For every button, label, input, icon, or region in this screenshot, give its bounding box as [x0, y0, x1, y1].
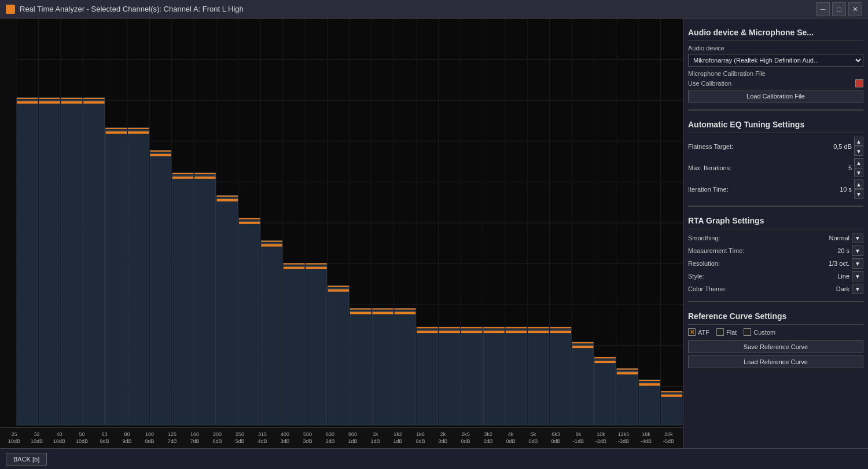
load-calibration-button[interactable]: Load Calibration File: [688, 90, 863, 102]
graph-area: [0, 19, 683, 427]
radio-flat-label: Flat: [726, 329, 737, 336]
calibration-row: Use Calibration: [688, 79, 863, 87]
bottom-bar: BACK [b]: [0, 448, 868, 469]
max-iter-row: Max. Iterations: 5 ▲ ▼: [688, 158, 863, 177]
title-bar: Real Time Analyzer - Selected Channel(s)…: [0, 0, 868, 19]
audio-device-label: Audio device: [688, 45, 863, 52]
radio-flat-box[interactable]: [716, 328, 724, 336]
flatness-down-btn[interactable]: ▼: [854, 146, 863, 156]
meas-time-row: Measurement Time: 20 s ▼: [688, 246, 863, 256]
smoothing-label: Smoothing:: [688, 235, 821, 241]
freq-label-1k6: 1k60dB: [409, 431, 432, 445]
freq-label-8k: 8k-1dB: [567, 431, 590, 445]
load-reference-curve-button[interactable]: Load Reference Curve: [688, 356, 863, 368]
radio-custom-box[interactable]: [744, 328, 751, 336]
radio-flat[interactable]: Flat: [716, 328, 737, 336]
freq-label-200: 2006dB: [206, 431, 229, 445]
audio-device-row: Audio device: [688, 45, 863, 52]
minimize-button[interactable]: ─: [816, 2, 830, 16]
main-layout: 2510dB3210dB4010dB5010dB639dB809dB1008dB…: [0, 19, 868, 448]
freq-label-40: 4010dB: [48, 431, 71, 445]
radio-custom-label: Custom: [753, 329, 775, 336]
smoothing-row: Smoothing: Normal ▼: [688, 233, 863, 243]
max-iter-down-btn[interactable]: ▼: [854, 168, 863, 177]
rta-icon: [6, 5, 15, 14]
radio-atf[interactable]: ATF: [688, 328, 709, 336]
iter-time-row: Iteration Time: 10 s ▲ ▼: [688, 179, 863, 199]
flatness-label: Flatness Target:: [688, 143, 823, 150]
freq-label-315: 3154dB: [251, 431, 274, 445]
freq-label-12k5: 12k5-3dB: [612, 431, 635, 445]
divider-3: [688, 301, 863, 302]
y-axis: [0, 19, 16, 427]
color-theme-value: Dark: [821, 285, 849, 292]
freq-label-6k3: 6k30dB: [545, 431, 567, 445]
divider-2: [688, 206, 863, 207]
divider-1: [688, 109, 863, 111]
meas-time-value: 20 s: [821, 247, 849, 254]
freq-label-250: 2505dB: [229, 431, 251, 445]
title-bar-left: Real Time Analyzer - Selected Channel(s)…: [6, 5, 244, 14]
max-iter-up-btn[interactable]: ▲: [854, 158, 863, 167]
restore-button[interactable]: □: [832, 2, 846, 16]
freq-label-20k: 20k-5dB: [657, 431, 680, 445]
freq-label-63: 639dB: [93, 431, 116, 445]
resolution-dropdown-btn[interactable]: ▼: [852, 258, 863, 269]
radio-custom[interactable]: Custom: [744, 328, 775, 336]
ref-curve-radio-group: ATF Flat Custom: [688, 328, 863, 336]
rta-section-title: RTA Graph Settings: [688, 211, 863, 229]
color-theme-label: Color Theme:: [688, 285, 821, 292]
freq-label-4k: 4k0dB: [499, 431, 522, 445]
max-iter-label: Max. Iterations:: [688, 164, 823, 171]
flatness-up-btn[interactable]: ▲: [854, 137, 863, 146]
style-dropdown-btn[interactable]: ▼: [852, 271, 863, 281]
audio-device-select[interactable]: Mikrofonarray (Realtek High Definition A…: [688, 54, 863, 67]
radio-atf-box[interactable]: [688, 328, 696, 336]
flatness-row: Flatness Target: 0,5 dB ▲ ▼: [688, 137, 863, 156]
ref-section-title: Reference Curve Settings: [688, 307, 863, 325]
resolution-value: 1/3 oct.: [821, 260, 849, 267]
style-label: Style:: [688, 273, 821, 280]
freq-label-10k: 10k-2dB: [590, 431, 612, 445]
eq-section-title: Automatic EQ Tuning Settings: [688, 115, 863, 133]
color-theme-row: Color Theme: Dark ▼: [688, 284, 863, 294]
microphone-cal-row: Microphone Calibration File: [688, 70, 863, 77]
smoothing-dropdown-btn[interactable]: ▼: [852, 233, 863, 243]
freq-label-125: 1257dB: [161, 431, 183, 445]
rta-canvas: [16, 19, 683, 427]
freq-labels: 2510dB3210dB4010dB5010dB639dB809dB1008dB…: [0, 427, 683, 448]
back-button[interactable]: BACK [b]: [6, 453, 47, 466]
iter-time-down-btn[interactable]: ▼: [854, 189, 863, 199]
audio-section-title: Audio device & Microphone Se...: [688, 23, 863, 41]
freq-label-100: 1008dB: [138, 431, 161, 445]
radio-atf-label: ATF: [698, 329, 709, 336]
title-bar-controls: ─ □ ✕: [816, 2, 862, 16]
window-title: Real Time Analyzer - Selected Channel(s)…: [20, 5, 244, 13]
use-calibration-label: Use Calibration: [688, 80, 853, 87]
iter-time-value: 10 s: [823, 186, 852, 193]
close-button[interactable]: ✕: [848, 2, 862, 16]
iter-time-label: Iteration Time:: [688, 186, 823, 193]
freq-label-50: 5010dB: [71, 431, 93, 445]
meas-time-dropdown-btn[interactable]: ▼: [852, 246, 863, 256]
style-value: Line: [821, 273, 849, 280]
freq-label-3k2: 3k20dB: [477, 431, 499, 445]
freq-label-400: 4003dB: [274, 431, 296, 445]
freq-label-500: 5003dB: [296, 431, 319, 445]
graph-container: 2510dB3210dB4010dB5010dB639dB809dB1008dB…: [0, 19, 683, 448]
resolution-row: Resolution: 1/3 oct. ▼: [688, 258, 863, 269]
resolution-label: Resolution:: [688, 260, 821, 267]
color-theme-dropdown-btn[interactable]: ▼: [852, 284, 863, 294]
save-reference-curve-button[interactable]: Save Reference Curve: [688, 340, 863, 353]
freq-label-2k: 2k0dB: [432, 431, 454, 445]
freq-label-2k5: 2k50dB: [454, 431, 477, 445]
max-iter-value: 5: [823, 164, 852, 171]
flatness-value: 0,5 dB: [823, 143, 852, 150]
smoothing-value: Normal: [821, 235, 849, 241]
freq-label-5k: 5k0dB: [522, 431, 545, 445]
iter-time-up-btn[interactable]: ▲: [854, 179, 863, 189]
freq-label-160: 1607dB: [183, 431, 206, 445]
freq-label-1k: 1k1dB: [364, 431, 387, 445]
calibration-indicator[interactable]: [855, 79, 863, 87]
freq-label-1k2: 1k21dB: [387, 431, 409, 445]
